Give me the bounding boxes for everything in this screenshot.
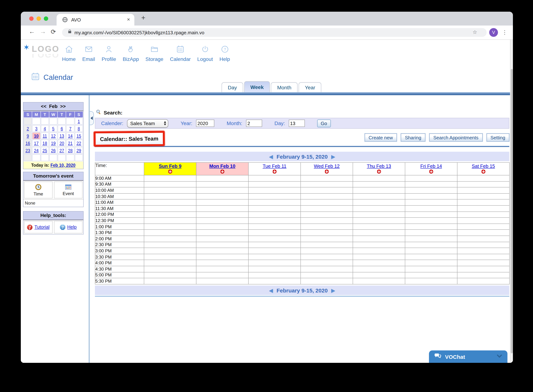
day-header-link[interactable]: Thu Feb 13	[353, 163, 405, 169]
close-tab-icon[interactable]: ×	[127, 16, 130, 22]
add-appointment-icon[interactable]	[168, 170, 172, 173]
vochat-widget[interactable]: VOChat	[429, 350, 507, 363]
month-input[interactable]	[246, 120, 262, 127]
tab-year[interactable]: Year	[299, 82, 321, 93]
page-scrollbar[interactable]	[510, 40, 513, 363]
mini-date-link[interactable]: 12	[51, 134, 56, 138]
mini-date-link[interactable]: 6	[61, 126, 63, 131]
tab-week[interactable]: Week	[244, 81, 270, 93]
go-button[interactable]: Go	[317, 119, 331, 127]
add-appointment-icon[interactable]	[325, 170, 329, 173]
add-appointment-icon[interactable]	[272, 170, 276, 173]
collapse-sidebar-handle[interactable]	[90, 111, 94, 125]
today-date-link[interactable]: Feb 10, 2020	[50, 163, 75, 167]
browser-tab[interactable]: AVO ×	[57, 14, 134, 26]
nav-item-calendar[interactable]: Calendar	[167, 45, 194, 62]
next-month-button[interactable]: >>	[60, 103, 66, 109]
mini-date-link[interactable]: 15	[76, 134, 81, 138]
add-appointment-icon[interactable]	[377, 170, 381, 173]
day-header-link[interactable]: Tue Feb 11	[249, 163, 300, 169]
tab-day[interactable]: Day	[222, 82, 243, 93]
mini-date-link[interactable]: 13	[60, 134, 64, 138]
mini-date-link[interactable]: 21	[68, 141, 73, 145]
mini-date-link[interactable]: 29	[76, 148, 81, 153]
avatar[interactable]: V	[489, 28, 498, 37]
day-input[interactable]	[289, 120, 305, 127]
url-text[interactable]: my.agnx.com/-/vo/SID600302257jkbovllgzn1…	[75, 30, 205, 35]
tutorial-link[interactable]: Tutorial	[34, 225, 49, 230]
sharing-button[interactable]: Sharing	[401, 133, 425, 141]
mini-date-link[interactable]: 1	[78, 119, 80, 123]
nav-item-bizapp[interactable]: BizApp	[119, 45, 142, 62]
prev-week-icon[interactable]: ◀	[269, 288, 273, 293]
window-zoom-button[interactable]	[44, 16, 48, 21]
browser-menu-icon[interactable]: ⋮	[502, 29, 507, 36]
scrollbar-thumb[interactable]	[511, 69, 513, 353]
year-input[interactable]	[196, 120, 214, 127]
mini-date-link[interactable]: 22	[76, 141, 81, 145]
mini-date-link[interactable]: 20	[60, 141, 64, 145]
mini-date-link[interactable]: 25	[43, 148, 47, 153]
nav-item-email[interactable]: Email	[79, 45, 98, 62]
mini-date-link[interactable]: 14	[68, 134, 73, 138]
mini-day-header: S	[75, 112, 83, 117]
chevron-down-icon[interactable]	[496, 353, 502, 360]
next-week-icon[interactable]: ▶	[331, 154, 335, 159]
time-slot-cell	[457, 254, 509, 260]
mini-date-link[interactable]: 4	[44, 126, 46, 131]
time-slot-cell	[196, 175, 248, 181]
mini-date-link[interactable]: 2	[27, 126, 29, 131]
mini-date-link[interactable]: 3	[35, 126, 38, 131]
mini-date-link[interactable]: 5	[52, 126, 55, 131]
new-tab-button[interactable]: +	[141, 14, 145, 22]
create-new-button[interactable]: Create new	[365, 133, 397, 141]
address-bar[interactable]: my.agnx.com/-/vo/SID600302257jkbovllgzn1…	[62, 28, 487, 37]
nav-item-logout[interactable]: Logout	[194, 45, 216, 62]
back-icon[interactable]: ←	[29, 28, 35, 35]
nav-item-storage[interactable]: Storage	[142, 45, 167, 62]
mini-date-link[interactable]: 10	[34, 134, 39, 138]
add-appointment-icon[interactable]	[220, 170, 224, 173]
mini-date-link[interactable]: 11	[43, 134, 47, 138]
mini-date-link[interactable]: 17	[34, 141, 39, 145]
mini-date-link[interactable]: 16	[25, 141, 30, 145]
select-arrows-icon	[164, 121, 166, 126]
window-close-button[interactable]	[29, 16, 33, 21]
day-header-link[interactable]: Wed Feb 12	[301, 163, 353, 169]
mini-date-link[interactable]: 19	[51, 141, 56, 145]
mini-date-link[interactable]: 24	[34, 148, 39, 153]
prev-month-button[interactable]: <<	[41, 103, 46, 109]
mini-date-link[interactable]: 18	[43, 141, 47, 145]
time-slot-cell	[405, 254, 457, 260]
calendar-select[interactable]: Sales Team	[127, 119, 168, 127]
reload-icon[interactable]: ⟳	[51, 28, 56, 36]
mini-date-link[interactable]: 23	[25, 148, 30, 153]
setting-button[interactable]: Setting	[486, 133, 509, 141]
mini-date-link[interactable]: 9	[27, 134, 29, 138]
nav-item-help[interactable]: ?Help	[216, 45, 233, 62]
mini-date-link[interactable]: 26	[51, 148, 56, 153]
day-header-link[interactable]: Mon Feb 10	[196, 163, 248, 169]
day-header-link[interactable]: Fri Feb 14	[405, 163, 457, 169]
mini-date-link[interactable]: 28	[68, 148, 73, 153]
day-header-link[interactable]: Sat Feb 15	[457, 163, 509, 169]
forward-icon[interactable]: →	[40, 28, 46, 35]
bookmark-star-icon[interactable]: ☆	[473, 29, 477, 35]
help-link[interactable]: Help	[67, 225, 76, 230]
add-appointment-icon[interactable]	[429, 170, 433, 173]
mini-date-link[interactable]: 27	[60, 148, 64, 153]
next-week-icon[interactable]: ▶	[331, 288, 335, 293]
mini-date-link[interactable]: 7	[69, 126, 71, 131]
day-header-link[interactable]: Sun Feb 9	[144, 163, 196, 169]
time-slot-cell	[405, 205, 457, 211]
window-minimize-button[interactable]	[37, 16, 41, 21]
nav-item-profile[interactable]: Profile	[98, 45, 119, 62]
mini-day-cell: 19	[49, 140, 57, 147]
mini-date-link[interactable]: 8	[78, 126, 80, 131]
section-divider-line	[95, 146, 509, 147]
prev-week-icon[interactable]: ◀	[269, 154, 273, 159]
search-appointments-button[interactable]: Search Appointments	[429, 133, 482, 141]
tab-month[interactable]: Month	[271, 82, 298, 93]
nav-item-home[interactable]: Home	[59, 45, 79, 62]
add-appointment-icon[interactable]	[481, 170, 485, 173]
